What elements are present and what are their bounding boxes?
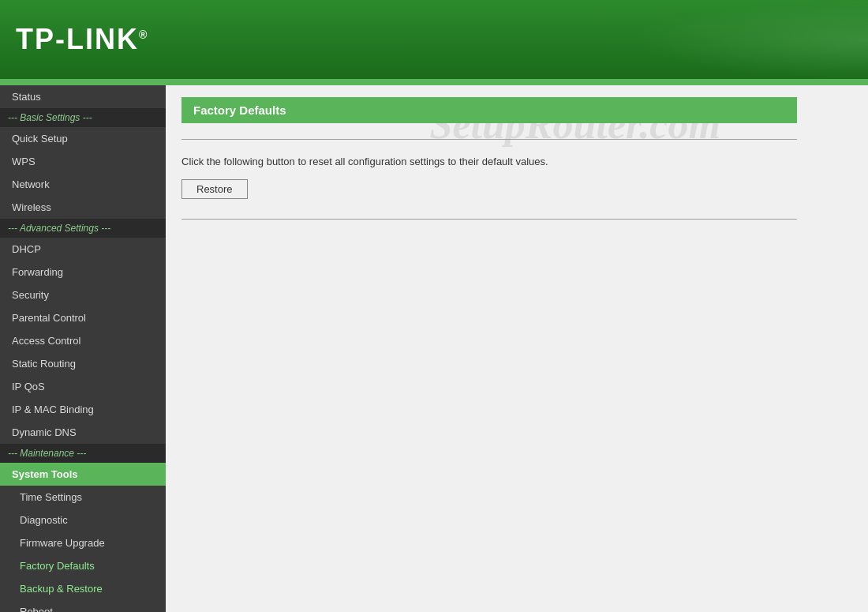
content-area: SetupRouter.com Factory Defaults Click t…	[166, 85, 868, 612]
sidebar-item-network[interactable]: Network	[0, 173, 166, 196]
sidebar-item-quick-setup[interactable]: Quick Setup	[0, 127, 166, 150]
tp-link-logo: TP-LINK®	[16, 23, 148, 56]
sidebar-item-firmware-upgrade[interactable]: Firmware Upgrade	[0, 531, 166, 554]
content-inner: Factory Defaults Click the following but…	[166, 85, 868, 243]
sidebar-section-advanced-settings: --- Advanced Settings ---	[0, 219, 166, 238]
subheader-bar	[0, 79, 868, 85]
sidebar-item-access-control[interactable]: Access Control	[0, 329, 166, 352]
restore-button[interactable]: Restore	[181, 179, 248, 199]
page-title: Factory Defaults	[181, 97, 797, 123]
sidebar-item-ip-mac-binding[interactable]: IP & MAC Binding	[0, 398, 166, 421]
sidebar-item-ip-qos[interactable]: IP QoS	[0, 375, 166, 398]
sidebar-item-security[interactable]: Security	[0, 283, 166, 306]
top-divider	[181, 139, 797, 140]
sidebar: Status --- Basic Settings --- Quick Setu…	[0, 85, 166, 612]
logo-reg: ®	[139, 28, 148, 41]
sidebar-item-diagnostic[interactable]: Diagnostic	[0, 509, 166, 531]
sidebar-item-forwarding[interactable]: Forwarding	[0, 261, 166, 283]
sidebar-item-parental-control[interactable]: Parental Control	[0, 306, 166, 329]
sidebar-item-dhcp[interactable]: DHCP	[0, 238, 166, 261]
sidebar-item-system-tools[interactable]: System Tools	[0, 463, 166, 486]
description-text: Click the following button to reset all …	[181, 156, 852, 167]
sidebar-section-maintenance: --- Maintenance ---	[0, 444, 166, 463]
sidebar-item-factory-defaults[interactable]: Factory Defaults	[0, 554, 166, 577]
sidebar-item-reboot[interactable]: Reboot	[0, 600, 166, 612]
sidebar-item-wps[interactable]: WPS	[0, 150, 166, 173]
sidebar-item-time-settings[interactable]: Time Settings	[0, 486, 166, 509]
main-layout: Status --- Basic Settings --- Quick Setu…	[0, 85, 868, 612]
sidebar-item-dynamic-dns[interactable]: Dynamic DNS	[0, 421, 166, 444]
sidebar-item-status[interactable]: Status	[0, 85, 166, 108]
sidebar-item-backup-restore[interactable]: Backup & Restore	[0, 577, 166, 600]
header: TP-LINK®	[0, 0, 868, 79]
sidebar-section-basic-settings: --- Basic Settings ---	[0, 108, 166, 127]
bottom-divider	[181, 219, 797, 220]
logo-text: TP-LINK	[16, 23, 139, 55]
sidebar-item-wireless[interactable]: Wireless	[0, 196, 166, 219]
sidebar-item-static-routing[interactable]: Static Routing	[0, 352, 166, 375]
